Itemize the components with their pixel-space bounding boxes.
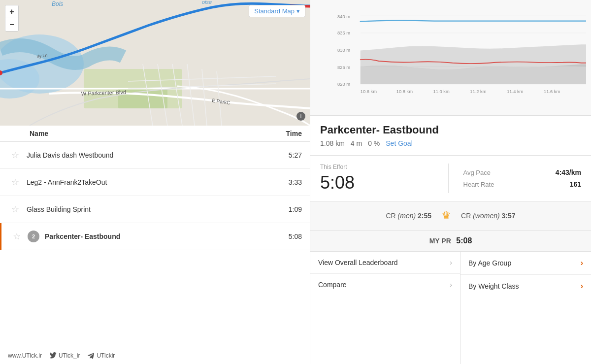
svg-text:11.4 km: 11.4 km	[507, 89, 523, 94]
segment-meta: 1.08 km 4 m 0 % Set Goal	[320, 139, 581, 147]
map-zoom-controls: + −	[5, 5, 19, 32]
pr-label: MY PR	[429, 237, 451, 245]
segment-row[interactable]: ☆ Glass Building Sprint 1:09	[0, 196, 310, 223]
chevron-right-icon-2: ›	[450, 281, 452, 289]
cr-men-item: CR (men) 2:55	[386, 212, 431, 220]
footer-twitter: UTick_ir	[50, 352, 80, 359]
map-svg: W Parkcenter Blvd E ParkC rly Ln Bols oi…	[0, 0, 310, 126]
elevation-svg: 840 m 835 m 830 m 825 m 820 m	[337, 5, 586, 103]
star-icon-3[interactable]: ☆	[8, 202, 23, 217]
avg-pace-value: 4:43/km	[556, 168, 581, 176]
map-type-label: Standard Map	[254, 7, 295, 15]
star-icon-2[interactable]: ☆	[8, 175, 23, 190]
segment-distance: 1.08 km	[320, 139, 345, 147]
svg-text:Bols: Bols	[52, 0, 63, 7]
col-name-header: Name	[30, 130, 272, 137]
segment-time-2: 3:33	[272, 178, 302, 186]
by-weight-class-label: By Weight Class	[468, 282, 581, 290]
segments-header: Name Time	[0, 126, 310, 142]
view-overall-leaderboard-row[interactable]: View Overall Leaderboard ›	[310, 252, 460, 274]
heart-rate-row: Heart Rate 161	[463, 180, 582, 188]
col-time-header: Time	[272, 130, 302, 137]
segment-name-1: Julia Davis dash Westbound	[27, 151, 272, 159]
svg-text:840 m: 840 m	[337, 14, 350, 19]
compare-label: Compare	[318, 281, 450, 289]
segment-grade: 0 %	[368, 139, 380, 147]
cr-women-value: 3:57	[502, 212, 516, 220]
cr-women-label: CR (women)	[461, 212, 500, 220]
orange-arrow-age: ›	[581, 259, 583, 267]
svg-text:11.6 km: 11.6 km	[544, 89, 560, 94]
map-type-chevron: ▾	[296, 7, 300, 15]
segment-row[interactable]: ☆ Julia Davis dash Westbound 5:27	[0, 142, 310, 169]
segment-time-4: 5:08	[272, 232, 302, 240]
heart-rate-value: 161	[570, 180, 581, 188]
by-weight-class-row[interactable]: By Weight Class ›	[460, 275, 591, 298]
svg-text:oise: oise	[202, 0, 212, 5]
left-panel: W Parkcenter Blvd E ParkC rly Ln Bols oi…	[0, 0, 310, 364]
orange-arrow-weight: ›	[581, 282, 583, 291]
avg-pace-row: Avg Pace 4:43/km	[463, 168, 582, 176]
effort-stats: This Effort 5:08 Avg Pace 4:43/km Heart …	[310, 156, 591, 201]
chevron-right-icon-1: ›	[450, 259, 452, 266]
cr-women-item: CR (women) 3:57	[461, 212, 516, 220]
effort-left: This Effort 5:08	[320, 164, 449, 193]
pr-value: 5:08	[456, 236, 472, 245]
svg-text:825 m: 825 m	[337, 65, 350, 70]
map-type-button[interactable]: Standard Map ▾	[249, 5, 305, 17]
segment-title: Parkcenter- Eastbound	[320, 124, 581, 136]
svg-text:835 m: 835 m	[337, 31, 350, 35]
segment-name-2: Leg2 - AnnFrank2TakeOut	[27, 178, 272, 186]
info-icon[interactable]: i	[296, 112, 305, 121]
compare-row[interactable]: Compare ›	[310, 274, 460, 296]
set-goal-link[interactable]: Set Goal	[386, 139, 412, 147]
footer-bar: www.UTick.ir UTick_ir UTickir	[0, 347, 310, 364]
avg-pace-label: Avg Pace	[463, 169, 491, 176]
telegram-icon	[88, 352, 95, 359]
star-icon-4[interactable]: ☆	[9, 229, 24, 244]
svg-text:10.6 km: 10.6 km	[361, 89, 377, 94]
cr-section: CR (men) 2:55 ♛ CR (women) 3:57	[310, 201, 591, 231]
right-panel: 840 m 835 m 830 m 825 m 820 m	[310, 0, 591, 364]
footer-telegram: UTickir	[88, 352, 115, 359]
leaderboard-right: By Age Group › By Weight Class ›	[460, 252, 591, 364]
segment-time-3: 1:09	[272, 205, 302, 213]
cr-men-value: 2:55	[418, 212, 431, 220]
crown-icon: ♛	[441, 209, 451, 222]
svg-text:11.0 km: 11.0 km	[433, 89, 450, 94]
svg-text:10.8 km: 10.8 km	[396, 89, 413, 94]
medal-icon: 2	[26, 229, 41, 244]
segment-time-1: 5:27	[272, 151, 302, 159]
segment-name-3: Glass Building Sprint	[27, 205, 272, 213]
effort-label: This Effort	[320, 164, 438, 170]
effort-right: Avg Pace 4:43/km Heart Rate 161	[449, 164, 582, 193]
zoom-in-button[interactable]: +	[5, 5, 18, 18]
pr-section: MY PR 5:08	[310, 231, 591, 252]
svg-text:820 m: 820 m	[337, 82, 350, 87]
elevation-chart: 840 m 835 m 830 m 825 m 820 m	[310, 0, 591, 116]
cr-men-label: CR (men)	[386, 212, 416, 220]
segment-detail: Parkcenter- Eastbound 1.08 km 4 m 0 % Se…	[310, 116, 591, 156]
svg-text:11.2 km: 11.2 km	[470, 89, 486, 94]
svg-text:830 m: 830 m	[337, 48, 350, 53]
segment-row[interactable]: ☆ Leg2 - AnnFrank2TakeOut 3:33	[0, 169, 310, 196]
heart-rate-label: Heart Rate	[463, 181, 494, 188]
leaderboard-left: View Overall Leaderboard › Compare ›	[310, 252, 460, 364]
effort-value: 5:08	[320, 172, 438, 193]
twitter-icon	[50, 352, 57, 359]
by-age-group-label: By Age Group	[468, 259, 581, 267]
footer-website: www.UTick.ir	[8, 352, 42, 359]
segment-elevation-gain: 4 m	[351, 139, 362, 147]
by-age-group-row[interactable]: By Age Group ›	[460, 252, 591, 275]
segment-row-active[interactable]: ☆ 2 Parkcenter- Eastbound 5:08	[0, 223, 310, 250]
segment-name-4: Parkcenter- Eastbound	[45, 232, 272, 240]
leaderboard-section: View Overall Leaderboard › Compare › By …	[310, 252, 591, 364]
zoom-out-button[interactable]: −	[5, 18, 18, 31]
star-icon-1[interactable]: ☆	[8, 148, 23, 163]
map-area: W Parkcenter Blvd E ParkC rly Ln Bols oi…	[0, 0, 310, 126]
view-overall-leaderboard-label: View Overall Leaderboard	[318, 259, 450, 266]
